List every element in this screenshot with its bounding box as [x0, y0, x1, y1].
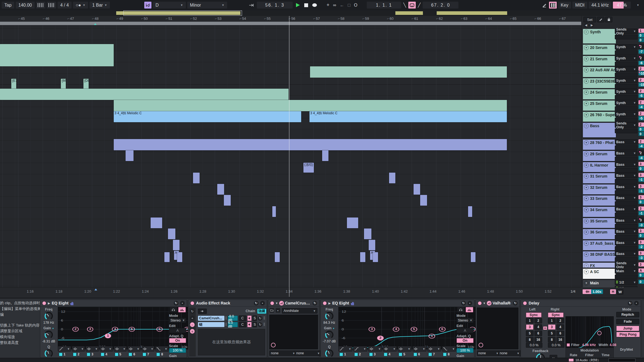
- q-knob[interactable]: [325, 349, 333, 358]
- filter-slot-2[interactable]: ▼2: [72, 346, 85, 356]
- chain-volume[interactable]: 6.0 dB: [228, 322, 238, 327]
- filter-on-checkbox[interactable]: [73, 353, 77, 356]
- track-badge[interactable]: 1: [638, 29, 644, 33]
- track-routing-selector[interactable]: Synth▼: [615, 56, 637, 61]
- track-routing-selector[interactable]: Bass▼: [615, 195, 637, 200]
- sync-right-button[interactable]: Sync: [548, 312, 564, 317]
- clip[interactable]: [347, 217, 358, 228]
- track-volume-value[interactable]: -3: [638, 256, 644, 260]
- cpu-meter[interactable]: 47 %: [613, 2, 631, 9]
- track-routing-selector[interactable]: Main▼: [615, 268, 637, 274]
- delay-beat-button-1[interactable]: 1: [548, 318, 556, 323]
- track-input-box[interactable]: [615, 50, 637, 55]
- delay-beat-button-16[interactable]: 16: [556, 337, 564, 342]
- rack-chain-row[interactable]: 链‖6.0 dBCS↻‖: [198, 322, 265, 327]
- sync-left-button[interactable]: Sync: [526, 312, 542, 317]
- clip[interactable]: [114, 100, 507, 111]
- time-ruler[interactable]: 1/4 1:161:181:201:221:241:261:281:301:32…: [0, 287, 581, 298]
- loop-start-field[interactable]: 1. 1. 1: [367, 2, 401, 9]
- record-button[interactable]: [311, 2, 318, 9]
- track-routing-selector[interactable]: Bass▼: [615, 240, 637, 245]
- track-fold-icon[interactable]: ▼: [584, 79, 589, 84]
- track-fold-icon[interactable]: ▼: [584, 219, 589, 224]
- track-input-box[interactable]: [615, 190, 637, 195]
- device-delay[interactable]: Delay ↻ ▪ Left Right Sync Sync 123456816…: [521, 300, 641, 358]
- q-knob[interactable]: [45, 349, 53, 358]
- track-volume-value[interactable]: 0: [638, 273, 644, 277]
- audition-headphone-icon[interactable]: [170, 307, 177, 312]
- track-volume-value[interactable]: 0: [638, 280, 644, 284]
- filter-slot-4[interactable]: ▼4: [383, 346, 397, 356]
- track-volume-value[interactable]: -7: [638, 50, 644, 54]
- group-fold-icon[interactable]: ≡: [584, 263, 589, 268]
- group-fold-icon[interactable]: ≡: [584, 30, 589, 34]
- track-volume-value[interactable]: -1: [638, 211, 644, 215]
- device-on-icon[interactable]: [523, 301, 527, 305]
- clip-34_4拍MelodicC[interactable]: 3 4_4拍 Melodic C: [309, 111, 507, 122]
- clip-冻结[interactable]: (冻结): [303, 163, 314, 173]
- filter-on-checkbox[interactable]: [339, 353, 343, 356]
- track-row-36-serum[interactable]: ▼36 SerumBass▼30: [582, 228, 644, 240]
- track-routing-selector[interactable]: Bass▼: [615, 206, 637, 212]
- chain-volume[interactable]: -8.0 dB: [228, 315, 238, 321]
- device-on-icon[interactable]: [190, 301, 194, 305]
- track-input-box[interactable]: [615, 129, 637, 133]
- track-fold-icon[interactable]: ▼: [584, 196, 589, 201]
- clip[interactable]: [168, 228, 175, 239]
- track-input-box[interactable]: [615, 62, 637, 66]
- clip[interactable]: [151, 217, 162, 228]
- track-input-box[interactable]: [615, 274, 637, 279]
- draw-mode-icon[interactable]: +: [325, 2, 331, 9]
- track-row-38-dnf-bass[interactable]: ▼38 DNF BASSBass▼3-3: [582, 251, 644, 262]
- freq-knob[interactable]: [325, 312, 333, 320]
- delay-beat-button-8[interactable]: 8: [548, 337, 556, 342]
- plugin-param-dot-icon[interactable]: [479, 343, 483, 347]
- chain-list-icon[interactable]: ≡: [190, 329, 195, 334]
- clip[interactable]: [360, 252, 365, 262]
- zoom-height-button[interactable]: H: [610, 289, 616, 294]
- hot-swap-icon[interactable]: ↻: [628, 301, 632, 306]
- track-fold-icon[interactable]: ▼: [584, 241, 589, 246]
- fold-icon[interactable]: ▼: [275, 302, 278, 305]
- track-fold-icon[interactable]: ▼: [584, 101, 589, 106]
- locator-marker[interactable]: [94, 23, 97, 25]
- track-fold-icon[interactable]: ▼: [584, 90, 589, 95]
- track-routing-selector[interactable]: Bass▼: [615, 184, 637, 189]
- track-volume-value[interactable]: -6: [638, 61, 644, 65]
- audition-headphone-icon[interactable]: [457, 307, 465, 312]
- clip[interactable]: [310, 66, 507, 78]
- filter-slot-5[interactable]: ▼5: [114, 346, 127, 356]
- loop-button[interactable]: [408, 2, 416, 9]
- tempo-field[interactable]: 140.00: [16, 2, 35, 9]
- filter-slot-7[interactable]: ▼7: [427, 346, 441, 356]
- filter-slot-6[interactable]: ▼6: [127, 346, 141, 356]
- ping-pong-button[interactable]: Ping Pong: [616, 332, 640, 337]
- track-fold-icon[interactable]: ▼: [584, 270, 589, 274]
- filter-slot-8[interactable]: ▼8: [155, 346, 169, 356]
- track-input-box[interactable]: [615, 95, 637, 100]
- edit-ab-switch[interactable]: A: [456, 328, 474, 333]
- track-volume-value[interactable]: 0: [638, 38, 644, 42]
- track-badge[interactable]: 3: [638, 229, 644, 233]
- track-badge[interactable]: 2: [638, 67, 644, 71]
- map-mode-icon[interactable]: [198, 309, 207, 314]
- track-volume-value[interactable]: -4: [638, 105, 644, 109]
- device-on-icon[interactable]: [478, 301, 482, 305]
- track-volume-value[interactable]: -1: [638, 189, 644, 193]
- delay-beat-button-4[interactable]: 4: [556, 324, 564, 330]
- track-routing-selector[interactable]: Sends Only▼: [615, 123, 637, 128]
- groove-selector[interactable]: ○●▼: [73, 2, 88, 9]
- track-fold-icon[interactable]: ▼: [584, 174, 589, 179]
- track-fold-icon[interactable]: ▼: [584, 152, 589, 156]
- track-volume-value[interactable]: -3: [638, 223, 644, 227]
- track-volume-value[interactable]: -4: [638, 156, 644, 160]
- track-routing-selector[interactable]: Synth▼: [615, 67, 637, 72]
- metronome-icon[interactable]: [36, 2, 45, 9]
- filter-slot-3[interactable]: ▼3: [368, 346, 382, 356]
- track-row-34-serum[interactable]: ▼34 SerumBass▼3-1: [582, 206, 644, 217]
- track-fold-icon[interactable]: ▼: [584, 140, 589, 145]
- clip[interactable]: [114, 139, 507, 150]
- gain-knob[interactable]: [325, 331, 333, 339]
- filter-on-checkbox[interactable]: [354, 353, 358, 356]
- filter-width-value[interactable]: 4.08: [610, 343, 616, 347]
